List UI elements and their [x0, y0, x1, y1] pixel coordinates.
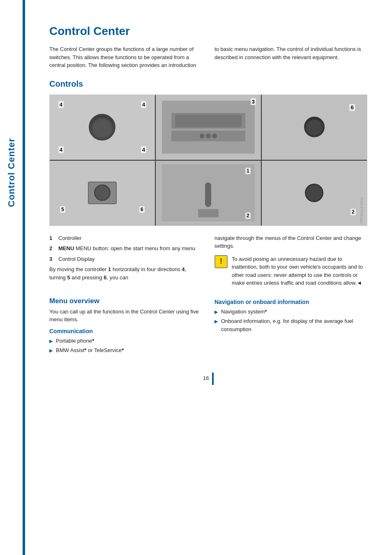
label-6-top: 6 [349, 104, 355, 111]
parts-left-col: 1 Controller 2 MENU MENU button: open th… [49, 234, 202, 287]
sidebar-label: Control Center [0, 49, 23, 296]
label-2-bm: 2 [245, 212, 251, 219]
page-bar [212, 373, 214, 385]
label-6-bl: 6 [139, 206, 145, 213]
part-2: 2 MENU MENU button: open the start menu … [49, 244, 202, 253]
part-num-3: 3 [49, 255, 58, 263]
menu-overview-title: Menu overview [49, 297, 202, 305]
body-text: By moving the controller 1 horizontally … [49, 265, 202, 281]
page-title: Control Center [49, 25, 367, 38]
controls-section-title: Controls [49, 79, 367, 89]
label-4-topleft: 4 [58, 101, 64, 108]
nav-item-2-text: Onboard information, e.g. for display of… [221, 317, 367, 333]
img-cell-6: 2 [262, 161, 367, 226]
img-cell-1: 4 4 4 4 [50, 95, 155, 160]
comm-item-2-text: BMW Assist* or TeleService* [56, 346, 124, 355]
intro-left: The Control Center groups the functions … [49, 45, 202, 69]
arrow-icon-4: ▶ [214, 318, 218, 325]
label-4-topright: 4 [141, 101, 146, 108]
page-container: Control Center Control Center The Contro… [0, 0, 392, 555]
accent-bar [23, 0, 25, 555]
part-3: 3 Control Display [49, 255, 202, 263]
img-cell-2: 3 [156, 95, 261, 160]
part-desc-3: Control Display [58, 255, 202, 263]
part-desc-1: Controller [58, 234, 202, 242]
arrow-icon-3: ▶ [214, 309, 218, 315]
comm-item-2: ▶ BMW Assist* or TeleService* [49, 346, 202, 355]
part-1: 1 Controller [49, 234, 202, 242]
nav-item-1: ▶ Navigation system* [214, 308, 367, 316]
arrow-icon-2: ▶ [49, 347, 53, 354]
warning-icon: ! [214, 255, 228, 268]
comm-item-1-text: Portable phone* [56, 337, 94, 345]
nav-item-2: ▶ Onboard information, e.g. for display … [214, 317, 367, 333]
img-cell-3: 6 [262, 95, 367, 160]
parts-right-col: navigate through the menus of the Contro… [214, 234, 367, 287]
intro-right: to basic menu navigation. The control of… [214, 45, 367, 69]
intro-columns: The Control Center groups the functions … [49, 45, 367, 69]
menu-right-col: Navigation or onboard information ▶ Navi… [214, 297, 367, 356]
part-num-2: 2 [49, 244, 58, 253]
main-content: Control Center The Control Center groups… [49, 25, 367, 393]
image-grid: 4 4 4 4 [50, 95, 367, 226]
right-body-text: navigate through the menus of the Contro… [214, 234, 367, 250]
img-cell-5: 1 2 [156, 161, 261, 226]
label-2-br: 2 [350, 209, 356, 215]
image-watermark: MWK4TRIB.eps [360, 197, 364, 224]
communication-list: ▶ Portable phone* ▶ BMW Assist* or TeleS… [49, 337, 202, 355]
warning-text: To avoid posing an unnecessary hazard du… [232, 255, 367, 287]
menu-overview: Menu overview You can call up all the fu… [49, 297, 367, 356]
label-3: 3 [251, 98, 256, 105]
navigation-list: ▶ Navigation system* ▶ Onboard informati… [214, 308, 367, 334]
continuation-mark: ◄ [357, 280, 362, 286]
part-desc-2: MENU MENU button: open the start menu fr… [58, 244, 202, 253]
label-5-bl: 5 [60, 206, 65, 213]
menu-overview-desc: You can call up all the functions in the… [49, 308, 202, 324]
parts-columns: 1 Controller 2 MENU MENU button: open th… [49, 234, 367, 287]
arrow-icon-1: ▶ [49, 338, 53, 345]
sidebar-text: Control Center [6, 138, 17, 207]
label-1-bm: 1 [245, 168, 251, 174]
warning-box: ! To avoid posing an unnecessary hazard … [214, 255, 367, 287]
img-cell-4: 5 6 [50, 161, 155, 226]
warning-symbol: ! [220, 257, 222, 266]
navigation-title: Navigation or onboard information [214, 299, 367, 305]
part-num-1: 1 [49, 234, 58, 242]
nav-item-1-text: Navigation system* [221, 308, 267, 316]
page-num-text: 16 [203, 375, 209, 381]
controls-image: 4 4 4 4 [49, 94, 367, 226]
comm-item-1: ▶ Portable phone* [49, 337, 202, 345]
menu-left-col: Menu overview You can call up all the fu… [49, 297, 202, 356]
label-4-bottomright: 4 [141, 146, 146, 153]
communication-title: Communication [49, 328, 202, 334]
label-4-bottomleft: 4 [58, 146, 64, 153]
page-number-area: 16 [49, 373, 367, 393]
